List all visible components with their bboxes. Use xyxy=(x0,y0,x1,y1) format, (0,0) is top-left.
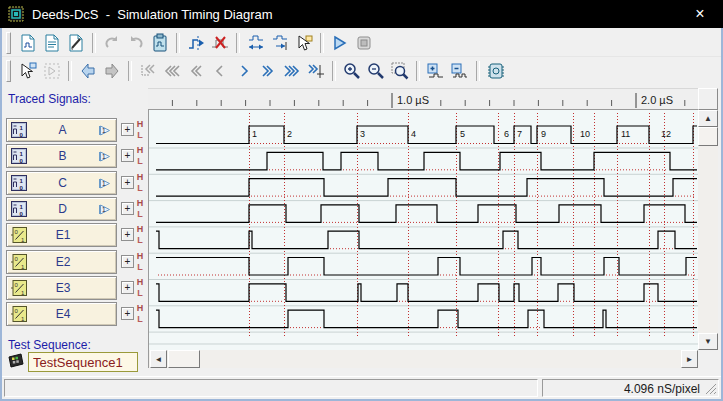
step-forward-button[interactable] xyxy=(232,60,256,82)
high-label: H xyxy=(132,303,148,314)
scroll-down-button[interactable]: ▼ xyxy=(698,333,718,350)
resize-grip[interactable] xyxy=(704,382,717,395)
zoom-region-button[interactable] xyxy=(388,60,412,82)
stretch-interval-button[interactable] xyxy=(244,32,268,54)
high-label: H xyxy=(132,198,148,209)
advance-fast-icon xyxy=(282,61,302,81)
scroll-down-icon: ▼ xyxy=(704,337,712,346)
signal-row-E2[interactable]: 01E2 xyxy=(6,250,117,274)
forward-icon xyxy=(102,61,122,81)
edit-pointer-icon xyxy=(294,33,314,53)
low-label: L xyxy=(132,288,148,299)
svg-text:1: 1 xyxy=(252,129,257,139)
signal-row-E4[interactable]: 01E4 xyxy=(6,302,117,326)
time-ruler: 1.0 µS2.0 µS xyxy=(148,88,698,110)
client-area: Traced Signals: 10A1+HL10B1+HL10C1+HL10D… xyxy=(0,28,723,401)
toolbar-grip[interactable] xyxy=(6,60,11,82)
test-sequence-input[interactable] xyxy=(28,352,138,372)
step-back-button[interactable] xyxy=(208,60,232,82)
vertical-scroll-thumb[interactable] xyxy=(698,127,718,146)
undo-icon xyxy=(102,33,122,53)
signal-row-A[interactable]: 10A1 xyxy=(6,118,117,142)
svg-text:6: 6 xyxy=(504,129,509,139)
signal-name-label: C xyxy=(27,176,98,190)
erase-diagram-button[interactable] xyxy=(64,32,88,54)
copy-diagram-button[interactable] xyxy=(16,32,40,54)
waveform-plot[interactable]: 12345679101112 xyxy=(148,110,698,350)
waveform-D xyxy=(156,205,697,223)
low-label: L xyxy=(132,235,148,246)
delete-edge-icon xyxy=(210,33,230,53)
status-bar: 4.096 nS/pixel xyxy=(2,376,721,399)
back-button[interactable] xyxy=(76,60,100,82)
paste-button[interactable] xyxy=(148,32,172,54)
delete-edge-button[interactable] xyxy=(208,32,232,54)
probe-pointer-button[interactable] xyxy=(16,60,40,82)
digital-input-icon: 10 xyxy=(11,201,27,217)
run-simulation-button[interactable] xyxy=(328,32,352,54)
add-trace-button[interactable] xyxy=(424,60,448,82)
step-back-icon xyxy=(210,61,230,81)
signal-name-label: E3 xyxy=(27,281,99,295)
view-circuit-icon xyxy=(486,61,506,81)
svg-text:12: 12 xyxy=(661,129,671,139)
status-panel-scale: 4.096 nS/pixel xyxy=(542,379,719,397)
waveform-E3 xyxy=(156,284,697,302)
shrink-interval-button[interactable] xyxy=(268,32,292,54)
signal-level-labels: HL xyxy=(132,277,148,299)
remove-trace-button[interactable] xyxy=(448,60,472,82)
redo-icon xyxy=(126,33,146,53)
waveform-E2 xyxy=(156,258,697,276)
toolbar-grip[interactable] xyxy=(6,32,11,54)
svg-text:1: 1 xyxy=(102,153,106,160)
probe-disabled-button[interactable] xyxy=(40,60,64,82)
signal-row-E1[interactable]: 01E1 xyxy=(6,223,117,247)
close-icon: × xyxy=(695,5,704,23)
rewind-button[interactable] xyxy=(184,60,208,82)
toolbar-separator xyxy=(128,61,132,81)
waveform-A xyxy=(156,126,697,144)
scroll-left-button[interactable]: ◄ xyxy=(150,350,167,368)
probe-disabled-icon xyxy=(42,61,62,81)
copy-text-button[interactable] xyxy=(40,32,64,54)
go-to-end-button[interactable] xyxy=(304,60,328,82)
signal-name-label: D xyxy=(27,202,98,216)
stop-simulation-icon xyxy=(354,33,374,53)
horizontal-scroll-thumb[interactable] xyxy=(168,350,200,368)
advance-icon xyxy=(258,61,278,81)
svg-text:7: 7 xyxy=(517,129,522,139)
scroll-up-button[interactable]: ▲ xyxy=(698,110,718,127)
forward-button[interactable] xyxy=(100,60,124,82)
switch-icon: 01 xyxy=(11,227,27,243)
go-to-start-icon xyxy=(138,61,158,81)
close-button[interactable]: × xyxy=(677,0,723,28)
signal-level-labels: HL xyxy=(132,145,148,167)
signal-row-C[interactable]: 10C1 xyxy=(6,171,117,195)
svg-text:1: 1 xyxy=(102,127,106,134)
undo-button[interactable] xyxy=(100,32,124,54)
scroll-right-button[interactable]: ► xyxy=(681,350,698,368)
rewind-fast-button[interactable] xyxy=(160,60,184,82)
advance-button[interactable] xyxy=(256,60,280,82)
horizontal-scrollbar[interactable]: ◄ ► xyxy=(148,350,698,368)
low-label: L xyxy=(132,209,148,220)
advance-fast-button[interactable] xyxy=(280,60,304,82)
insert-edge-button[interactable] xyxy=(184,32,208,54)
signal-row-B[interactable]: 10B1 xyxy=(6,144,117,168)
zoom-out-icon xyxy=(366,61,386,81)
toolbar-separator xyxy=(332,61,336,81)
low-label: L xyxy=(132,183,148,194)
edit-pointer-button[interactable] xyxy=(292,32,316,54)
go-to-start-button[interactable] xyxy=(136,60,160,82)
window-title: Deeds-DcS - Simulation Timing Diagram xyxy=(32,7,273,22)
digital-input-icon: 10 xyxy=(11,175,27,191)
vertical-scrollbar[interactable]: ▲ ▼ xyxy=(698,110,718,350)
signal-row-D[interactable]: 10D1 xyxy=(6,197,117,221)
probe-icon: 1 xyxy=(98,203,112,216)
zoom-in-button[interactable] xyxy=(340,60,364,82)
stop-simulation-button[interactable] xyxy=(352,32,376,54)
redo-button[interactable] xyxy=(124,32,148,54)
signal-row-E3[interactable]: 01E3 xyxy=(6,276,117,300)
view-circuit-button[interactable] xyxy=(484,60,508,82)
zoom-out-button[interactable] xyxy=(364,60,388,82)
